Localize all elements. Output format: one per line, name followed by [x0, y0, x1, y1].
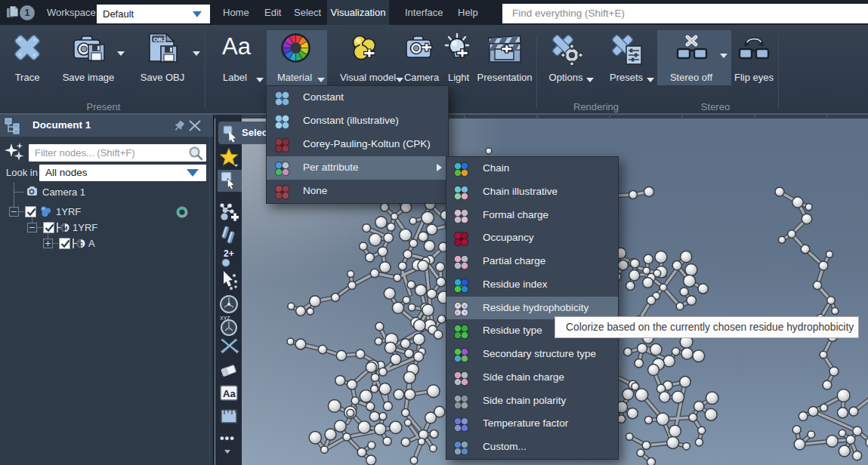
svg-text:OBJ: OBJ [153, 36, 165, 43]
svg-text:C: C [79, 241, 83, 248]
svg-text:M: M [63, 225, 68, 232]
